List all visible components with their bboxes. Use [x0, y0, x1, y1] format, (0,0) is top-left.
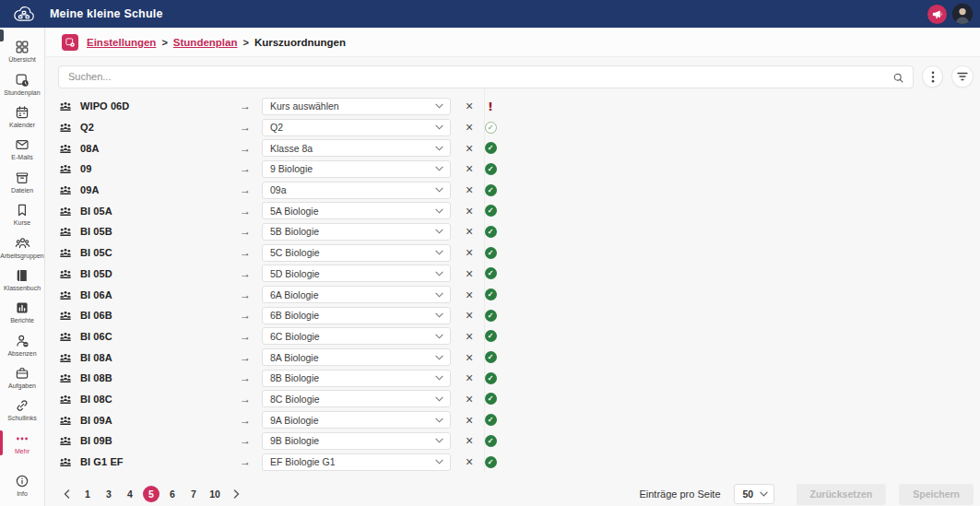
remove-mapping-button[interactable]: × [462, 183, 477, 196]
check-circle-icon: ✓ [485, 456, 497, 468]
course-select[interactable]: 9B Biologie [262, 432, 451, 450]
remove-mapping-button[interactable]: × [462, 309, 477, 322]
course-select[interactable]: 6C Biologie [262, 327, 451, 345]
per-page-label: Einträge pro Seite [639, 488, 720, 500]
sidebar-item-label: Schullinks [7, 415, 37, 421]
remove-mapping-button[interactable]: × [462, 330, 477, 343]
course-select[interactable]: 8C Biologie [262, 390, 451, 407]
people-group-icon [58, 268, 73, 279]
per-page-select[interactable]: 50 [734, 484, 774, 504]
app-header: Meine kleine Schule [0, 0, 980, 28]
table-row: BI 05B → 5B Biologie × ✓ [46, 221, 980, 242]
search-icon [892, 71, 904, 88]
chevron-down-icon [435, 250, 450, 255]
arrow-right-icon: → [240, 330, 251, 343]
course-select[interactable]: 5C Biologie [262, 244, 451, 262]
remove-mapping-button[interactable]: × [462, 121, 477, 134]
breadcrumb-link-stundenplan[interactable]: Stundenplan [173, 37, 238, 48]
page-button-3[interactable]: 3 [100, 486, 117, 502]
course-select[interactable]: 8B Biologie [262, 370, 451, 387]
more-options-button[interactable] [922, 65, 944, 88]
remove-mapping-button[interactable]: × [462, 434, 477, 447]
chevron-down-icon [435, 229, 450, 234]
chevron-down-icon [760, 491, 768, 497]
sidebar-item-info[interactable]: Info [0, 469, 44, 501]
remove-mapping-button[interactable]: × [462, 267, 477, 280]
chevron-down-icon [435, 355, 450, 360]
course-select[interactable]: Klasse 8a [262, 139, 451, 157]
remove-mapping-button[interactable]: × [462, 225, 477, 238]
sidebar-item-kurse[interactable]: Kurse [0, 198, 44, 230]
course-name: 08A [80, 143, 240, 154]
sidebar-item-arbeitsgruppen[interactable]: Arbeitsgruppen [0, 230, 44, 263]
course-select[interactable]: 5B Biologie [262, 223, 451, 241]
check-circle-icon: ✓ [485, 310, 497, 322]
breadcrumb-link-einstellungen[interactable]: Einstellungen [87, 37, 156, 48]
filter-button[interactable] [951, 65, 974, 88]
remove-mapping-button[interactable]: × [462, 288, 477, 301]
sidebar-item--bersicht[interactable]: Übersicht [0, 35, 44, 67]
breadcrumb-separator: > [242, 37, 248, 48]
next-page-button[interactable] [228, 486, 244, 502]
remove-mapping-button[interactable]: × [462, 100, 477, 112]
remove-mapping-button[interactable]: × [462, 142, 477, 155]
remove-mapping-button[interactable]: × [462, 414, 477, 427]
remove-mapping-button[interactable]: × [462, 351, 477, 364]
table-row: WIPO 06D → Kurs auswählen × ! [46, 96, 980, 117]
remove-mapping-button[interactable]: × [462, 393, 477, 406]
sidebar-item-absenzen[interactable]: Absenzen [0, 329, 44, 361]
sidebar-item-mehr[interactable]: Mehr [0, 427, 44, 459]
course-select[interactable]: 9A Biologie [262, 411, 451, 429]
check-circle-icon: ✓ [485, 288, 497, 300]
sidebar-item-label: Dateien [11, 187, 33, 194]
sidebar-item-klassenbuch[interactable]: Klassenbuch [0, 264, 44, 296]
sidebar-item-dateien[interactable]: Dateien [0, 166, 44, 198]
sidebar-item-label: Arbeitsgruppen [0, 253, 43, 259]
status-icon: ✓ [483, 122, 498, 134]
course-select[interactable]: 8A Biologie [262, 348, 451, 366]
page-button-5[interactable]: 5 [143, 486, 159, 502]
course-select[interactable]: Q2 [262, 119, 451, 136]
course-select[interactable]: 5D Biologie [262, 265, 451, 282]
course-select[interactable]: 6B Biologie [262, 307, 451, 324]
sidebar-item-berichte[interactable]: Berichte [0, 296, 44, 328]
grid-icon [15, 40, 30, 54]
selected-course: 6A Biologie [263, 289, 435, 300]
reset-button[interactable]: Zurücksetzen [797, 484, 887, 505]
announcements-button[interactable] [927, 5, 947, 24]
page-button-6[interactable]: 6 [164, 486, 181, 502]
prev-page-button[interactable] [58, 486, 75, 502]
course-name: BI 06A [80, 289, 240, 300]
search-input[interactable] [59, 66, 913, 88]
page-button-1[interactable]: 1 [79, 486, 96, 502]
remove-mapping-button[interactable]: × [462, 246, 477, 259]
remove-mapping-button[interactable]: × [462, 371, 477, 384]
remove-mapping-button[interactable]: × [462, 205, 477, 218]
remove-mapping-button[interactable]: × [462, 162, 477, 175]
sidebar-item-schullinks[interactable]: Schullinks [0, 394, 44, 426]
course-select[interactable]: 9 Biologie [262, 160, 451, 178]
course-select[interactable]: 09a [262, 182, 451, 199]
page-button-7[interactable]: 7 [185, 486, 202, 502]
course-select[interactable]: 6A Biologie [262, 286, 451, 303]
arrow-right-icon: → [240, 434, 251, 447]
user-avatar[interactable] [952, 4, 973, 24]
course-select[interactable]: EF Biologie G1 [262, 453, 451, 471]
sidebar-item-kalender[interactable]: Kalender [0, 100, 44, 133]
save-button[interactable]: Speichern [899, 484, 974, 505]
people-group-icon [58, 163, 73, 174]
status-icon: ✓ [483, 142, 498, 154]
remove-mapping-button[interactable]: × [462, 455, 477, 468]
people-group-icon [58, 352, 73, 363]
sidebar-item-e-mails[interactable]: E-Mails [0, 133, 44, 165]
page-button-4[interactable]: 4 [122, 486, 138, 502]
course-select[interactable]: Kurs auswählen [262, 98, 451, 115]
course-select[interactable]: 5A Biologie [262, 202, 451, 219]
page-button-10[interactable]: 10 [207, 486, 223, 502]
check-circle-icon: ✓ [485, 184, 497, 196]
sidebar-item-aufgaben[interactable]: Aufgaben [0, 361, 44, 394]
sidebar-item-label: E-Mails [11, 154, 32, 160]
status-icon: ✓ [483, 310, 498, 322]
sidebar-item-stundenplan[interactable]: Stundenplan [0, 67, 44, 100]
arrow-right-icon: → [240, 455, 251, 468]
